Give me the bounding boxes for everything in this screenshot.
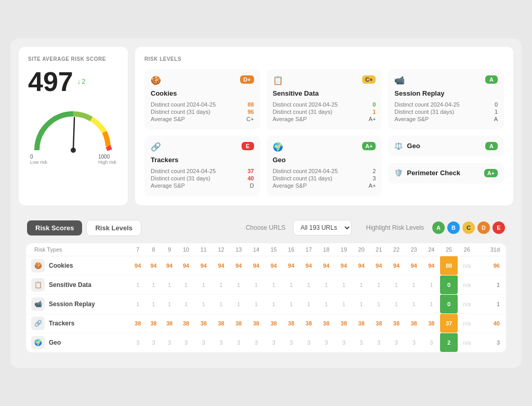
- data-card: Risk Types 7 8 9 10 11 12 13 14 15 16 17…: [26, 243, 506, 352]
- site-avg-title: SITE AVERAGE RISK SCORE: [28, 56, 118, 62]
- row-icon: 🔗: [34, 320, 42, 327]
- site-avg-card: SITE AVERAGE RISK SCORE 497 ↓ 2: [19, 47, 128, 205]
- highlight-risk-levels-label: Highlight Risk Levels: [366, 224, 424, 231]
- row-label: Cookies: [49, 262, 73, 269]
- risk-item-trackers: 🔗 E Trackers Distinct count 2024-04-25 3…: [144, 136, 260, 196]
- score-number: 497: [28, 68, 73, 95]
- gauge: [29, 103, 117, 153]
- highlight-badges: A B C D E: [432, 221, 505, 234]
- row-icon: 🌍: [34, 339, 42, 346]
- gauge-labels: 0 Low risk 1000 High risk: [28, 154, 118, 165]
- row-label: Session Replay: [49, 300, 95, 308]
- risk-item-geo: 🌍 A+ Geo Distinct count 2024-04-25 2 Dis…: [267, 136, 382, 196]
- session-replay-icon: 📹: [394, 75, 405, 85]
- risk-item-sensitive-data: 📋 C+ Sensitive Data Distinct count 2024-…: [267, 69, 382, 129]
- geo-simple-name: Geo: [407, 142, 420, 150]
- arrow-down-icon: ↓: [77, 77, 81, 85]
- table-row: 📹Session Replay1111111111111111110n/a1: [26, 294, 506, 313]
- bottom-section: Risk Scores Risk Levels Choose URLS All …: [19, 213, 513, 360]
- highlight-badge-a[interactable]: A: [432, 221, 445, 234]
- row-label: Geo: [49, 339, 61, 346]
- svg-line-1: [73, 117, 74, 150]
- gauge-min-label: 0 Low risk: [30, 154, 47, 165]
- row-icon: 📹: [34, 300, 42, 308]
- col-31d: 31d: [476, 243, 506, 256]
- table-row: 🌍Geo3333333333333333332n/a3: [26, 333, 506, 352]
- tab-risk-levels[interactable]: Risk Levels: [86, 220, 141, 236]
- highlight-badge-e[interactable]: E: [493, 221, 505, 234]
- row-label: Trackers: [49, 320, 74, 327]
- geo-badge: A+: [362, 142, 376, 150]
- geo-icon: 🌍: [273, 142, 283, 152]
- gauge-svg: [29, 103, 117, 153]
- cookies-icon: 🍪: [151, 75, 161, 85]
- risk-item-session-replay: 📹 A Session Replay Distinct count 2024-0…: [388, 69, 504, 129]
- trackers-name: Trackers: [151, 156, 254, 164]
- delta-value: 2: [82, 77, 85, 85]
- gauge-max-label: 1000 High risk: [98, 154, 116, 165]
- cookies-badge: D+: [240, 75, 254, 84]
- table-header-row: Risk Types 7 8 9 10 11 12 13 14 15 16 17…: [26, 243, 506, 256]
- right-simple-items: ⚖️ Geo A 🛡️ Perimeter Check A+: [388, 136, 504, 196]
- session-replay-name: Session Replay: [394, 89, 498, 97]
- risk-levels-title: RISK LEVELS: [144, 56, 504, 62]
- sensitive-data-name: Sensitive Data: [273, 89, 376, 97]
- row-icon-box: 📹: [31, 297, 45, 311]
- trackers-badge: E: [242, 142, 254, 150]
- geo-name: Geo: [273, 156, 376, 164]
- row-icon: 📋: [34, 281, 42, 289]
- risk-item-geo-simple: ⚖️ Geo A: [388, 136, 504, 156]
- row-icon-box: 🍪: [31, 259, 45, 272]
- table-row: 🔗Trackers3838383838383838383838383838383…: [26, 313, 506, 333]
- session-replay-badge: A: [485, 75, 498, 84]
- tab-bar: Risk Scores Risk Levels Choose URLS All …: [19, 213, 513, 243]
- risk-levels-card: RISK LEVELS 🍪 D+ Cookies Distinct count …: [135, 47, 513, 205]
- col-risk-types: Risk Types: [26, 243, 130, 256]
- row-icon: 🍪: [34, 262, 42, 269]
- risk-grid: 🍪 D+ Cookies Distinct count 2024-04-25 8…: [144, 69, 504, 196]
- highlight-badge-b[interactable]: B: [447, 221, 460, 234]
- main-container: SITE AVERAGE RISK SCORE 497 ↓ 2: [10, 38, 522, 368]
- geo-simple-badge: A: [485, 142, 498, 150]
- geo-simple-icon: ⚖️: [394, 142, 403, 150]
- score-delta: ↓ 2: [77, 77, 86, 85]
- row-label: Sensitive Data: [49, 281, 91, 289]
- score-row: 497 ↓ 2: [28, 68, 118, 95]
- risk-item-perimeter-check: 🛡️ Perimeter Check A+: [388, 163, 504, 184]
- row-icon-box: 🌍: [31, 336, 45, 349]
- sensitive-data-badge: C+: [362, 75, 376, 84]
- trackers-icon: 🔗: [151, 142, 161, 152]
- sensitive-data-icon: 📋: [273, 75, 283, 85]
- table-row: 🍪Cookies94949494949494949494949494949494…: [26, 256, 506, 275]
- tab-risk-scores[interactable]: Risk Scores: [27, 220, 82, 235]
- highlight-badge-d[interactable]: D: [477, 221, 490, 234]
- choose-urls-label: Choose URLS: [246, 224, 286, 231]
- url-select[interactable]: All 193 URLs: [293, 220, 352, 235]
- data-table: Risk Types 7 8 9 10 11 12 13 14 15 16 17…: [26, 243, 506, 352]
- perimeter-check-name: Perimeter Check: [407, 169, 460, 177]
- cookies-name: Cookies: [151, 89, 254, 97]
- perimeter-check-icon: 🛡️: [394, 169, 403, 177]
- risk-item-cookies: 🍪 D+ Cookies Distinct count 2024-04-25 8…: [144, 69, 260, 129]
- table-row: 📋Sensitive Data1111111111111111110n/a1: [26, 275, 506, 294]
- highlight-badge-c[interactable]: C: [462, 221, 475, 234]
- perimeter-check-badge: A+: [484, 169, 498, 177]
- row-icon-box: 🔗: [31, 317, 45, 330]
- row-icon-box: 📋: [31, 278, 45, 292]
- top-section: SITE AVERAGE RISK SCORE 497 ↓ 2: [19, 47, 513, 205]
